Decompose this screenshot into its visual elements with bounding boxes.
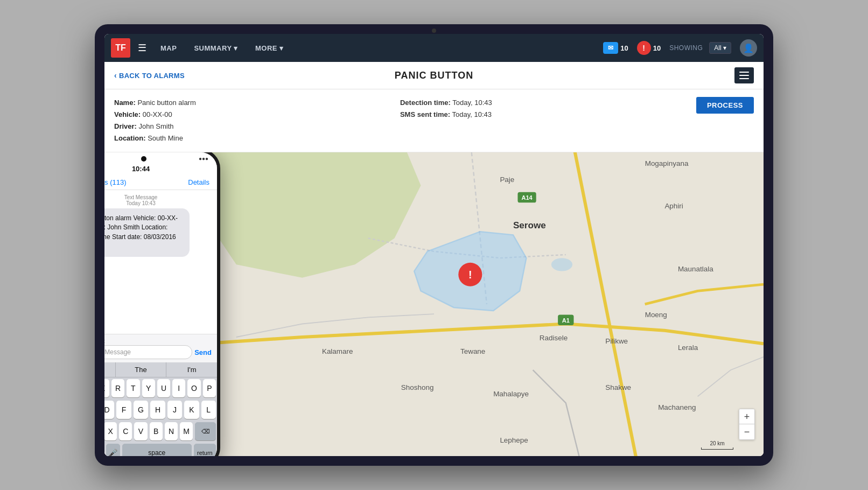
svg-text:Tewane: Tewane	[460, 347, 485, 355]
driver-label: Driver:	[114, 122, 137, 130]
key-U[interactable]: U	[157, 379, 170, 397]
scale-label: 20 km	[710, 440, 724, 446]
keyboard-row-1: Q W E R T Y U I O P	[104, 377, 217, 399]
key-X[interactable]: X	[104, 422, 117, 440]
info-left: Name: Panic button alarm Vehicle: 00-XX-…	[114, 97, 196, 144]
send-button[interactable]: Send	[194, 348, 212, 356]
key-M[interactable]: M	[180, 422, 193, 440]
svg-text:Radisele: Radisele	[540, 334, 568, 342]
keyboard-row-3: ⬆ Z X C V B N M ⌫	[104, 421, 217, 442]
nav-summary[interactable]: SUMMARY ▾	[187, 41, 244, 55]
menu-line	[739, 75, 749, 76]
key-D[interactable]: D	[104, 401, 114, 419]
key-backspace[interactable]: ⌫	[195, 422, 216, 440]
key-E[interactable]: E	[104, 379, 109, 397]
svg-text:Shakwe: Shakwe	[605, 383, 631, 391]
info-section: Name: Panic button alarm Vehicle: 00-XX-…	[104, 89, 764, 152]
autocorrect-row: I The I'm	[104, 362, 217, 377]
key-I[interactable]: I	[172, 379, 185, 397]
msg-sender: Text Message	[124, 194, 158, 200]
svg-text:Kalamare: Kalamare	[322, 347, 353, 355]
key-F[interactable]: F	[116, 401, 131, 419]
key-G[interactable]: G	[134, 401, 148, 419]
phone-status-bar: ●●●	[104, 152, 217, 164]
logo: TF	[111, 38, 130, 58]
key-P[interactable]: P	[203, 379, 216, 397]
key-mic[interactable]: 🎤	[106, 444, 120, 456]
key-V[interactable]: V	[134, 422, 147, 440]
key-O[interactable]: O	[187, 379, 200, 397]
key-space[interactable]: space	[122, 444, 192, 456]
text-message-input[interactable]: Text Message	[104, 345, 192, 359]
location-label: Location:	[114, 134, 146, 142]
user-avatar[interactable]: 👤	[740, 39, 757, 57]
nav-more[interactable]: MORE ▾	[249, 41, 290, 55]
detection-label: Detection time:	[400, 99, 451, 107]
detection-value: Today, 10:43	[452, 99, 492, 107]
phone-details-link[interactable]: Details	[188, 178, 209, 186]
key-T[interactable]: T	[127, 379, 139, 397]
sms-row: SMS sent time: Today, 10:43	[400, 109, 492, 121]
key-Y[interactable]: Y	[142, 379, 155, 397]
svg-text:Maunatlala: Maunatlala	[678, 265, 713, 273]
hamburger-menu-btn[interactable]	[734, 67, 754, 83]
autocorrect-im[interactable]: I'm	[166, 362, 217, 377]
tablet-camera	[432, 29, 436, 33]
page-title: PANIC BUTTON	[395, 70, 473, 81]
phone-input-area[interactable]: 📷 Subject Text Message Send	[104, 334, 217, 362]
svg-text:A14: A14	[521, 195, 533, 201]
nav-map[interactable]: MAP	[154, 41, 183, 55]
key-K[interactable]: K	[184, 401, 199, 419]
zoom-in-button[interactable]: +	[739, 409, 754, 424]
autocorrect-the[interactable]: The	[115, 362, 166, 377]
showing-label: SHOWING	[669, 44, 703, 52]
back-label: BACK TO ALARMS	[119, 72, 185, 80]
vehicle-row: Vehicle: 00-XX-00	[114, 109, 196, 121]
autocorrect-I[interactable]: I	[104, 362, 115, 377]
menu-line	[739, 72, 749, 73]
phone-messages-content: Text Message Today 10:43 Panic button al…	[104, 190, 217, 334]
phone-keyboard: I The I'm Q W E R T Y U I O	[104, 362, 217, 456]
msg-date-header: Text Message Today 10:43	[104, 190, 217, 208]
svg-text:Mahalapye: Mahalapye	[493, 390, 529, 398]
key-return[interactable]: return	[194, 444, 216, 456]
svg-text:Lerala: Lerala	[678, 344, 698, 352]
alarm-badge[interactable]: ! 10	[637, 41, 661, 55]
key-C[interactable]: C	[119, 422, 132, 440]
phone-bubble-container: Panic button alarm Vehicle: 00-XX-00 Dri…	[104, 208, 217, 261]
hamburger-icon[interactable]: ☰	[135, 39, 150, 57]
back-to-alarms-link[interactable]: ‹ BACK TO ALARMS	[114, 71, 185, 80]
message-icon: ✉	[603, 42, 618, 54]
key-J[interactable]: J	[167, 401, 182, 419]
tablet-screen: TF ☰ MAP SUMMARY ▾ MORE ▾ ✉ 10 ! 10 SHOW…	[104, 34, 764, 456]
driver-row: Driver: John Smith	[114, 121, 196, 132]
process-button[interactable]: PROCESS	[696, 97, 754, 114]
key-N[interactable]: N	[165, 422, 178, 440]
navbar: TF ☰ MAP SUMMARY ▾ MORE ▾ ✉ 10 ! 10 SHOW…	[104, 34, 764, 62]
key-R[interactable]: R	[111, 379, 124, 397]
svg-text:!: !	[468, 269, 472, 281]
key-B[interactable]: B	[150, 422, 163, 440]
phone-back-button[interactable]: ‹ Messages (113)	[104, 178, 127, 186]
svg-text:Aphiri: Aphiri	[664, 202, 683, 211]
scale-bar: 20 km	[701, 440, 733, 450]
svg-text:Pilikwe: Pilikwe	[605, 338, 628, 346]
message-count: 10	[620, 44, 628, 52]
zoom-out-button[interactable]: −	[739, 424, 754, 439]
phone-overlay: ●●● 10:44 ‹ Messages (113) Details	[104, 152, 220, 456]
subject-field[interactable]: Subject	[104, 338, 212, 344]
alarm-name-label: Name:	[114, 99, 136, 107]
map-area: A14 A14 A1 A1 Topisi Paje Serowe Mogapin…	[104, 152, 764, 456]
key-L[interactable]: L	[201, 401, 216, 419]
phone-nav-bar: ‹ Messages (113) Details	[104, 175, 217, 190]
sms-label: SMS sent time:	[400, 110, 450, 118]
svg-text:Machaneng: Machaneng	[658, 403, 696, 411]
zoom-controls: + −	[739, 409, 755, 440]
all-select[interactable]: All ▾	[709, 42, 731, 54]
keyboard-row-4: 123 🌐 🎤 space return	[104, 442, 217, 456]
alarm-count: 10	[653, 44, 661, 52]
location-value: South Mine	[148, 134, 183, 142]
key-H[interactable]: H	[150, 401, 165, 419]
page-header: ‹ BACK TO ALARMS PANIC BUTTON	[104, 62, 764, 89]
message-badge[interactable]: ✉ 10	[603, 42, 628, 54]
